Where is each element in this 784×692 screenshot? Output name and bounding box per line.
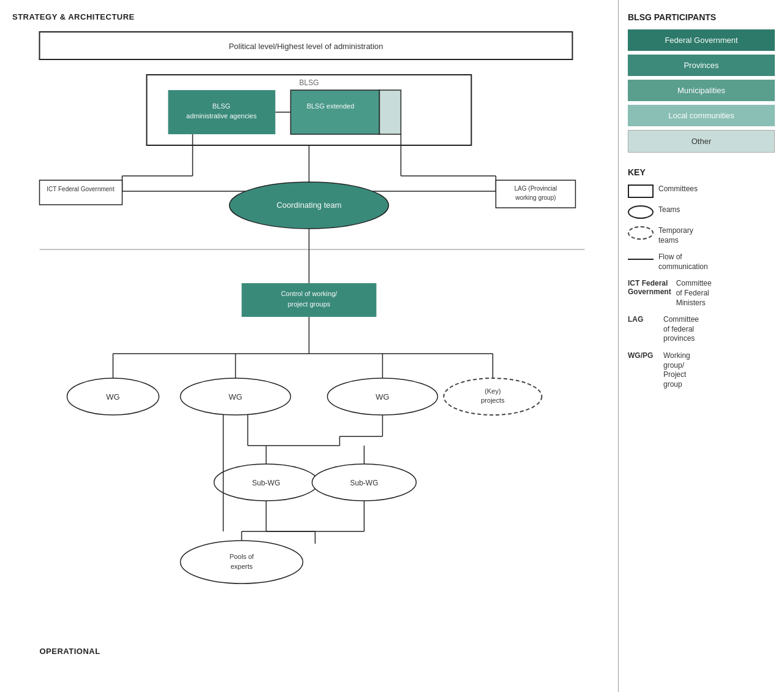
blsg-extended-label: BLSG extended xyxy=(307,102,355,110)
pools-label: Pools of xyxy=(230,553,255,560)
political-box-label: Political level/Highest level of adminis… xyxy=(228,42,383,51)
key-flow-label: Flow ofcommunication xyxy=(658,253,708,272)
strategy-label: STRATEGY & ARCHITECTURE xyxy=(12,12,606,21)
key-temp-teams: Temporaryteams xyxy=(628,226,775,245)
key-lag: LAG Committeeof federalprovinces xyxy=(628,315,775,344)
key-ict-desc: Committeeof FederalMinisters xyxy=(676,279,712,308)
participant-other-box: Other xyxy=(628,130,775,153)
diagram-svg: Political level/Highest level of adminis… xyxy=(12,29,606,672)
subwg2-label: Sub-WG xyxy=(350,479,378,487)
participants-title: BLSG PARTICIPANTS xyxy=(628,12,775,22)
key-line-icon xyxy=(628,253,654,260)
lag-label2: working group) xyxy=(514,194,556,201)
key-lag-term: LAG xyxy=(628,315,658,324)
svg-rect-4 xyxy=(380,90,401,134)
operational-label: OPERATIONAL xyxy=(40,647,100,656)
main-area: STRATEGY & ARCHITECTURE Political level/… xyxy=(0,0,619,692)
control-label: Control of working/ xyxy=(281,290,338,297)
key-teams-label: Teams xyxy=(658,205,680,215)
key-wg: WG/PG Workinggroup/Projectgroup xyxy=(628,351,775,389)
key-rect-icon xyxy=(628,184,654,198)
participant-provinces: Provinces xyxy=(628,55,775,76)
control-label2: project groups xyxy=(288,300,331,308)
participant-federal-box: Federal Government xyxy=(628,29,775,51)
ict-label: ICT Federal Government xyxy=(47,186,115,192)
pools-label2: experts xyxy=(230,563,253,570)
blsg-outer-label: BLSG xyxy=(299,78,318,87)
key-lag-desc: Committeeof federalprovinces xyxy=(663,315,699,344)
key-title: KEY xyxy=(628,167,775,177)
key-ict: ICT FederalGovernment Committeeof Federa… xyxy=(628,279,775,308)
blsg-admin-label: BLSG xyxy=(213,102,230,110)
key-temp-teams-label: Temporaryteams xyxy=(658,226,693,245)
participant-other: Other xyxy=(628,130,775,153)
sidebar: BLSG PARTICIPANTS Federal Government Pro… xyxy=(619,0,784,692)
participant-municipalities-box: Municipalities xyxy=(628,80,775,101)
key-oval-dashed-icon xyxy=(628,226,654,240)
svg-rect-3 xyxy=(291,90,380,134)
participant-federal: Federal Government xyxy=(628,29,775,51)
lag-label: LAG (Provincial xyxy=(514,185,557,192)
subwg1-label: Sub-WG xyxy=(252,479,280,487)
participant-provinces-box: Provinces xyxy=(628,55,775,76)
svg-point-46 xyxy=(181,541,303,584)
key-committees-label: Committees xyxy=(658,184,698,194)
participant-municipalities: Municipalities xyxy=(628,80,775,101)
key-wg-desc: Workinggroup/Projectgroup xyxy=(663,351,690,389)
key-projects-label2: projects xyxy=(481,397,505,404)
key-wg-term: WG/PG xyxy=(628,351,658,360)
participant-local: Local communities xyxy=(628,105,775,126)
svg-rect-14 xyxy=(40,180,123,205)
key-oval-icon xyxy=(628,205,654,219)
participants-list: Federal Government Provinces Municipalit… xyxy=(628,29,775,153)
wg3-label: WG xyxy=(375,392,389,401)
coordinating-team-label: Coordinating team xyxy=(276,200,341,210)
key-ict-term: ICT FederalGovernment xyxy=(628,279,671,296)
participant-local-box: Local communities xyxy=(628,105,775,126)
wg2-label: WG xyxy=(228,392,242,401)
key-section: KEY Committees Teams Temporaryteams Flow… xyxy=(628,167,775,389)
key-teams: Teams xyxy=(628,205,775,219)
key-projects-label: (Key) xyxy=(484,387,500,395)
key-committees: Committees xyxy=(628,184,775,198)
wg1-label: WG xyxy=(106,392,119,401)
blsg-admin-label2: administrative agencies xyxy=(186,112,257,120)
key-flow: Flow ofcommunication xyxy=(628,253,775,272)
